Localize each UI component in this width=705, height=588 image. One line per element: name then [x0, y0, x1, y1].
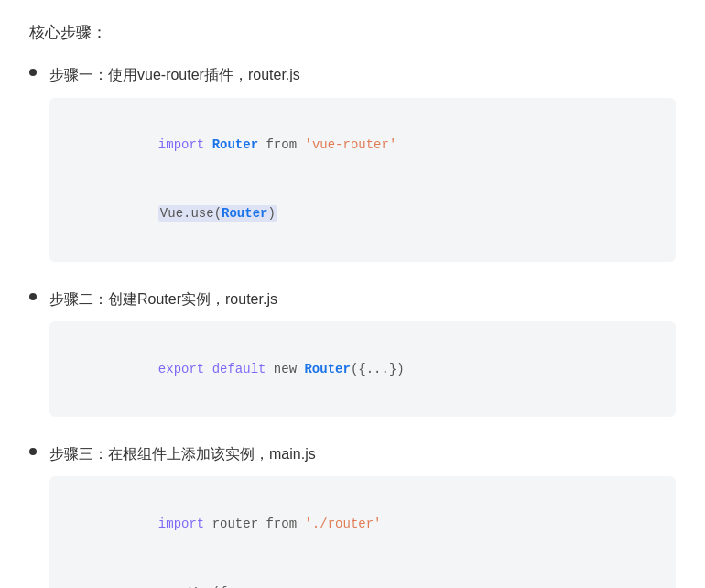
plain: Vue.use(: [160, 206, 222, 221]
step-item-2: 步骤二：创建Router实例，router.js export default …: [29, 288, 676, 417]
step-desc-2: 步骤二：创建Router实例，router.js: [49, 288, 676, 311]
highlighted-code: Vue.use(Router): [158, 205, 277, 222]
class-name: Router: [212, 137, 258, 152]
step-content-1: 步骤一：使用vue-router插件，router.js import Rout…: [49, 63, 676, 262]
plain: from: [258, 137, 304, 152]
bullet-icon: [29, 448, 37, 455]
plain: router from: [212, 517, 305, 531]
code-line-2-1: export default new Router({...}): [66, 334, 659, 404]
step-item-3: 步骤三：在根组件上添加该实例，main.js import router fro…: [29, 442, 676, 588]
page-container: 核心步骤： 步骤一：使用vue-router插件，router.js impor…: [29, 22, 676, 588]
step-desc-3: 步骤三：在根组件上添加该实例，main.js: [49, 442, 676, 466]
keyword: default: [212, 362, 274, 376]
step-desc-1: 步骤一：使用vue-router插件，router.js: [49, 63, 676, 87]
code-line-1-2: Vue.use(Router): [66, 180, 659, 249]
step-content-3: 步骤三：在根组件上添加该实例，main.js import router fro…: [49, 442, 676, 588]
bullet-icon: [29, 69, 37, 76]
step-list: 步骤一：使用vue-router插件，router.js import Rout…: [29, 63, 676, 588]
step-content-2: 步骤二：创建Router实例，router.js export default …: [49, 288, 676, 417]
keyword: import: [158, 137, 212, 152]
code-block-2: export default new Router({...}): [49, 321, 676, 417]
class-name: Router: [304, 362, 350, 376]
code-line-3-2: new Vue({: [66, 559, 659, 588]
code-block-1: import Router from 'vue-router' Vue.use(…: [49, 98, 676, 262]
string: 'vue-router': [304, 137, 396, 152]
code-block-3: import router from './router' new Vue({ …: [49, 476, 676, 588]
plain: ): [267, 206, 275, 221]
class-name: Router: [222, 206, 267, 221]
step-item-1: 步骤一：使用vue-router插件，router.js import Rout…: [29, 63, 676, 262]
code-line-1-1: import Router from 'vue-router': [66, 111, 659, 180]
bullet-icon: [29, 293, 37, 300]
plain: new: [274, 362, 305, 376]
keyword: export: [158, 362, 212, 376]
keyword: import: [158, 517, 212, 531]
code-line-3-1: import router from './router': [66, 489, 659, 559]
section-title: 核心步骤：: [29, 22, 676, 43]
plain: ({...}): [351, 362, 405, 376]
string: './router': [304, 517, 381, 531]
